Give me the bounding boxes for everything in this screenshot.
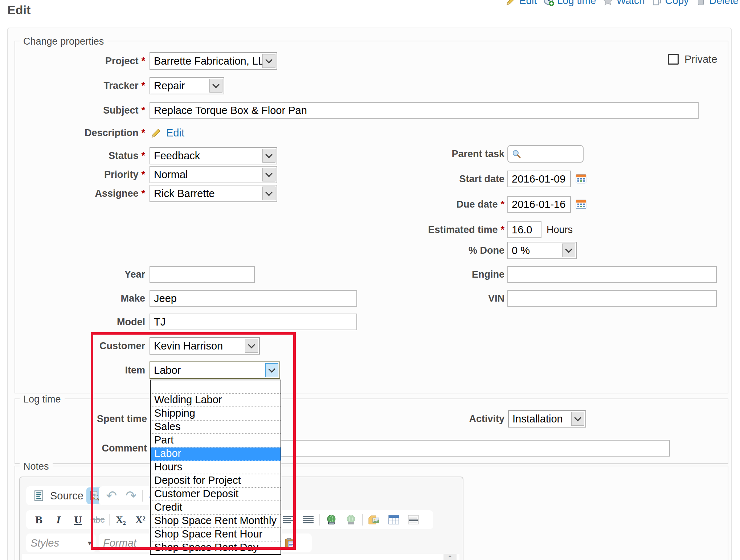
- model-value: TJ: [154, 316, 165, 328]
- engine-label: Engine: [348, 266, 504, 283]
- calendar-icon[interactable]: [576, 173, 586, 184]
- dropdown-option[interactable]: Part: [151, 434, 281, 447]
- subject-input[interactable]: Replace Torque Box & Floor Pan: [150, 102, 699, 119]
- start-date-label: Start date: [348, 171, 504, 187]
- item-value: Labor: [154, 364, 181, 376]
- due-date-label: Due date*: [348, 196, 504, 213]
- priority-label: Priority*: [0, 166, 145, 183]
- dropdown-option-selected[interactable]: Labor: [151, 447, 281, 461]
- model-label: Model: [0, 314, 145, 330]
- chevron-down-icon: [245, 339, 258, 353]
- dropdown-option[interactable]: Shipping: [151, 407, 281, 421]
- dropdown-option[interactable]: Customer Deposit: [151, 488, 281, 501]
- customer-label: Customer: [0, 337, 145, 355]
- bold-icon[interactable]: B: [30, 511, 47, 528]
- dropdown-option[interactable]: Shop Space Rent Day: [151, 541, 281, 554]
- parent-task-label: Parent task: [348, 145, 504, 163]
- watch-link[interactable]: Watch: [602, 0, 645, 7]
- due-date-input[interactable]: 2016-01-16: [507, 196, 571, 213]
- dropdown-option[interactable]: Hours: [151, 461, 281, 474]
- redo-icon[interactable]: ↷: [123, 487, 139, 504]
- issue-edit-page: Edit Log time Watch Copy Delete Edit Cha…: [0, 0, 740, 560]
- watch-link-label: Watch: [616, 0, 645, 7]
- context-toolbar: Edit Log time Watch Copy Delete: [506, 0, 739, 7]
- dropdown-option[interactable]: Shop Space Rent Monthly: [151, 515, 281, 528]
- activity-select[interactable]: Installation: [508, 410, 586, 428]
- dropdown-option[interactable]: Sales: [151, 421, 281, 434]
- toolbar-separator: [142, 490, 143, 502]
- chevron-down-icon: [562, 244, 575, 257]
- private-checkbox[interactable]: [668, 54, 679, 65]
- year-input[interactable]: [150, 266, 255, 283]
- unlink-icon[interactable]: [343, 511, 359, 528]
- description-edit-link[interactable]: Edit: [166, 127, 184, 139]
- assignee-select[interactable]: Rick Barrette: [150, 185, 277, 202]
- dropdown-option[interactable]: Credit: [151, 501, 281, 515]
- item-select[interactable]: Labor: [150, 361, 280, 379]
- horizontal-rule-icon[interactable]: [405, 511, 422, 528]
- page-title: Edit: [7, 3, 30, 17]
- justify-left-icon[interactable]: [280, 511, 297, 528]
- star-icon: [602, 0, 613, 6]
- item-label: Item: [0, 361, 145, 379]
- customer-select[interactable]: Kevin Harrison: [150, 337, 260, 355]
- dropdown-option[interactable]: Shop Space Rent Hour: [151, 528, 281, 541]
- edit-link[interactable]: Edit: [506, 0, 537, 7]
- tracker-value: Repair: [154, 80, 185, 92]
- start-date-input[interactable]: 2016-01-09: [507, 171, 571, 187]
- paste-icon[interactable]: [281, 535, 298, 551]
- copy-icon: [651, 0, 662, 6]
- source-button[interactable]: Source: [50, 490, 83, 502]
- priority-select[interactable]: Normal: [150, 166, 277, 183]
- editor-scrollbar[interactable]: ⌃: [443, 554, 457, 560]
- styles-combo[interactable]: Styles▾: [26, 534, 96, 552]
- vin-input[interactable]: [507, 290, 717, 307]
- make-input[interactable]: Jeep: [150, 290, 357, 307]
- pencil-icon: [151, 128, 162, 139]
- copy-link-label: Copy: [665, 0, 689, 7]
- subject-label: Subject*: [0, 102, 145, 119]
- project-select[interactable]: Barrette Fabrication, LLC: [150, 52, 277, 70]
- estimated-time-input[interactable]: 16.0: [507, 221, 541, 238]
- year-label: Year: [0, 266, 145, 283]
- parent-task-input[interactable]: [507, 145, 584, 163]
- pct-done-select[interactable]: 0 %: [507, 242, 577, 259]
- dropdown-option[interactable]: Deposit for Project: [151, 474, 281, 488]
- trash-icon: [695, 0, 706, 6]
- dropdown-option[interactable]: [151, 380, 281, 394]
- start-date-value: 2016-01-09: [512, 173, 565, 185]
- format-combo-label: Format: [103, 537, 136, 549]
- estimated-time-label: Estimated time*: [348, 221, 504, 238]
- undo-icon[interactable]: ↶: [103, 487, 120, 504]
- tracker-select[interactable]: Repair: [150, 77, 224, 94]
- underline-icon[interactable]: U: [70, 511, 86, 528]
- link-icon[interactable]: [323, 511, 340, 528]
- subscript-icon[interactable]: X₂: [113, 511, 129, 528]
- edit-link-label: Edit: [519, 0, 537, 7]
- italic-icon[interactable]: I: [50, 511, 67, 528]
- copy-link[interactable]: Copy: [651, 0, 689, 7]
- engine-input[interactable]: [507, 266, 717, 283]
- table-icon[interactable]: [385, 511, 402, 528]
- image-icon[interactable]: [366, 511, 383, 528]
- editor-toolbar-group-source: Source: [26, 486, 98, 505]
- model-input[interactable]: TJ: [150, 314, 357, 330]
- item-select-dropdown: Welding Labor Shipping Sales Part Labor …: [150, 380, 281, 555]
- status-select[interactable]: Feedback: [150, 147, 277, 164]
- delete-link[interactable]: Delete: [695, 0, 739, 7]
- make-value: Jeep: [154, 293, 177, 304]
- due-date-value: 2016-01-16: [512, 199, 565, 210]
- chevron-down-icon: [262, 149, 275, 163]
- notes-legend: Notes: [20, 461, 53, 472]
- dropdown-option[interactable]: Welding Labor: [151, 394, 281, 407]
- superscript-icon[interactable]: X²: [132, 511, 149, 528]
- clock-plus-icon: [543, 0, 554, 6]
- log-time-link-label: Log time: [557, 0, 596, 7]
- spent-time-label: Spent time: [0, 410, 147, 428]
- justify-block-icon[interactable]: [300, 511, 316, 528]
- calendar-icon[interactable]: [576, 199, 586, 209]
- log-time-link[interactable]: Log time: [543, 0, 596, 7]
- chevron-down-icon: [262, 187, 275, 200]
- strikethrough-icon[interactable]: abc: [89, 511, 106, 528]
- chevron-down-icon: ▾: [88, 539, 91, 547]
